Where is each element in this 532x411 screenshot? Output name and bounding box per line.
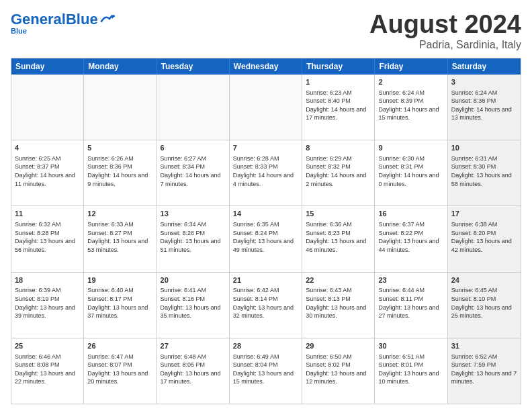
- cal-cell-2-7: 10Sunrise: 6:31 AM Sunset: 8:30 PM Dayli…: [448, 140, 521, 205]
- header-saturday: Saturday: [448, 58, 521, 75]
- logo-part2: Blue: [66, 11, 98, 28]
- day-number: 20: [161, 275, 226, 285]
- day-info: Sunrise: 6:33 AM Sunset: 8:27 PM Dayligh…: [87, 220, 152, 254]
- day-info: Sunrise: 6:43 AM Sunset: 8:13 PM Dayligh…: [306, 286, 371, 320]
- day-number: 6: [161, 143, 226, 153]
- cal-cell-2-6: 9Sunrise: 6:30 AM Sunset: 8:31 PM Daylig…: [375, 140, 447, 205]
- day-info: Sunrise: 6:24 AM Sunset: 8:38 PM Dayligh…: [451, 89, 517, 122]
- day-number: 22: [306, 275, 371, 285]
- day-info: Sunrise: 6:35 AM Sunset: 8:24 PM Dayligh…: [233, 220, 298, 254]
- day-info: Sunrise: 6:26 AM Sunset: 8:36 PM Dayligh…: [87, 154, 152, 188]
- cal-cell-1-1: [11, 75, 84, 140]
- cal-cell-5-3: 27Sunrise: 6:48 AM Sunset: 8:05 PM Dayli…: [157, 338, 230, 404]
- day-number: 23: [378, 275, 443, 285]
- cal-cell-1-2: [84, 75, 157, 140]
- day-info: Sunrise: 6:27 AM Sunset: 8:34 PM Dayligh…: [161, 154, 226, 188]
- cal-cell-5-1: 25Sunrise: 6:46 AM Sunset: 8:08 PM Dayli…: [11, 338, 84, 404]
- day-info: Sunrise: 6:41 AM Sunset: 8:16 PM Dayligh…: [161, 286, 226, 320]
- day-number: 18: [15, 275, 80, 285]
- day-info: Sunrise: 6:49 AM Sunset: 8:04 PM Dayligh…: [233, 353, 298, 386]
- title-location: Padria, Sardinia, Italy: [369, 39, 521, 51]
- day-number: 28: [233, 341, 298, 351]
- cal-cell-1-7: 3Sunrise: 6:24 AM Sunset: 8:38 PM Daylig…: [448, 75, 521, 140]
- day-number: 9: [378, 143, 443, 153]
- page: GeneralBlue Blue August 2024 Padria, Sar…: [0, 0, 532, 411]
- logo-subtitle: Blue: [11, 27, 27, 35]
- logo-icon: [100, 13, 115, 24]
- header: GeneralBlue Blue August 2024 Padria, Sar…: [11, 11, 521, 51]
- day-number: 15: [306, 209, 371, 219]
- cal-cell-1-6: 2Sunrise: 6:24 AM Sunset: 8:39 PM Daylig…: [375, 75, 447, 140]
- day-number: 30: [378, 341, 443, 351]
- cal-row-3: 11Sunrise: 6:32 AM Sunset: 8:28 PM Dayli…: [11, 205, 521, 271]
- cal-cell-5-2: 26Sunrise: 6:47 AM Sunset: 8:07 PM Dayli…: [84, 338, 157, 404]
- day-number: 3: [451, 77, 517, 87]
- cal-cell-3-5: 15Sunrise: 6:36 AM Sunset: 8:23 PM Dayli…: [302, 206, 375, 271]
- cal-cell-4-2: 19Sunrise: 6:40 AM Sunset: 8:17 PM Dayli…: [84, 273, 157, 338]
- day-info: Sunrise: 6:36 AM Sunset: 8:23 PM Dayligh…: [306, 220, 371, 254]
- day-number: 5: [87, 143, 152, 153]
- day-number: 26: [87, 341, 152, 351]
- day-info: Sunrise: 6:29 AM Sunset: 8:32 PM Dayligh…: [306, 154, 371, 188]
- cal-cell-4-7: 24Sunrise: 6:45 AM Sunset: 8:10 PM Dayli…: [448, 273, 521, 338]
- day-number: 14: [233, 209, 298, 219]
- day-info: Sunrise: 6:42 AM Sunset: 8:14 PM Dayligh…: [233, 286, 298, 320]
- day-number: 8: [306, 143, 371, 153]
- day-info: Sunrise: 6:39 AM Sunset: 8:19 PM Dayligh…: [15, 286, 80, 320]
- day-number: 19: [87, 275, 152, 285]
- day-info: Sunrise: 6:30 AM Sunset: 8:31 PM Dayligh…: [378, 154, 443, 188]
- day-info: Sunrise: 6:51 AM Sunset: 8:01 PM Dayligh…: [378, 353, 443, 386]
- day-info: Sunrise: 6:37 AM Sunset: 8:22 PM Dayligh…: [378, 220, 443, 254]
- day-number: 24: [451, 275, 517, 285]
- cal-cell-3-1: 11Sunrise: 6:32 AM Sunset: 8:28 PM Dayli…: [11, 206, 84, 271]
- cal-row-4: 18Sunrise: 6:39 AM Sunset: 8:19 PM Dayli…: [11, 272, 521, 338]
- cal-cell-3-2: 12Sunrise: 6:33 AM Sunset: 8:27 PM Dayli…: [84, 206, 157, 271]
- day-info: Sunrise: 6:28 AM Sunset: 8:33 PM Dayligh…: [233, 154, 298, 188]
- cal-cell-5-6: 30Sunrise: 6:51 AM Sunset: 8:01 PM Dayli…: [375, 338, 447, 404]
- cal-cell-5-4: 28Sunrise: 6:49 AM Sunset: 8:04 PM Dayli…: [230, 338, 302, 404]
- day-number: 7: [233, 143, 298, 153]
- header-sunday: Sunday: [11, 58, 84, 75]
- cal-cell-3-7: 17Sunrise: 6:38 AM Sunset: 8:20 PM Dayli…: [448, 206, 521, 271]
- day-info: Sunrise: 6:45 AM Sunset: 8:10 PM Dayligh…: [451, 286, 517, 320]
- header-monday: Monday: [84, 58, 157, 75]
- calendar-body: 1Sunrise: 6:23 AM Sunset: 8:40 PM Daylig…: [11, 75, 521, 404]
- cal-row-1: 1Sunrise: 6:23 AM Sunset: 8:40 PM Daylig…: [11, 75, 521, 140]
- day-number: 27: [161, 341, 226, 351]
- day-info: Sunrise: 6:24 AM Sunset: 8:39 PM Dayligh…: [378, 89, 443, 122]
- cal-row-5: 25Sunrise: 6:46 AM Sunset: 8:08 PM Dayli…: [11, 338, 521, 404]
- cal-cell-5-7: 31Sunrise: 6:52 AM Sunset: 7:59 PM Dayli…: [448, 338, 521, 404]
- cal-cell-3-3: 13Sunrise: 6:34 AM Sunset: 8:26 PM Dayli…: [157, 206, 230, 271]
- day-number: 10: [451, 143, 517, 153]
- day-number: 16: [378, 209, 443, 219]
- cal-cell-1-5: 1Sunrise: 6:23 AM Sunset: 8:40 PM Daylig…: [302, 75, 375, 140]
- cal-cell-2-1: 4Sunrise: 6:25 AM Sunset: 8:37 PM Daylig…: [11, 140, 84, 205]
- cal-cell-2-4: 7Sunrise: 6:28 AM Sunset: 8:33 PM Daylig…: [230, 140, 302, 205]
- cal-cell-2-2: 5Sunrise: 6:26 AM Sunset: 8:36 PM Daylig…: [84, 140, 157, 205]
- day-info: Sunrise: 6:46 AM Sunset: 8:08 PM Dayligh…: [15, 353, 80, 386]
- title-block: August 2024 Padria, Sardinia, Italy: [369, 11, 521, 51]
- day-info: Sunrise: 6:23 AM Sunset: 8:40 PM Dayligh…: [306, 89, 371, 122]
- day-info: Sunrise: 6:44 AM Sunset: 8:11 PM Dayligh…: [378, 286, 443, 320]
- day-info: Sunrise: 6:50 AM Sunset: 8:02 PM Dayligh…: [306, 353, 371, 386]
- cal-cell-1-4: [230, 75, 302, 140]
- cal-cell-1-3: [157, 75, 230, 140]
- cal-cell-4-6: 23Sunrise: 6:44 AM Sunset: 8:11 PM Dayli…: [375, 273, 447, 338]
- logo-part1: General: [11, 11, 66, 28]
- day-info: Sunrise: 6:38 AM Sunset: 8:20 PM Dayligh…: [451, 220, 517, 254]
- cal-cell-2-5: 8Sunrise: 6:29 AM Sunset: 8:32 PM Daylig…: [302, 140, 375, 205]
- day-number: 21: [233, 275, 298, 285]
- calendar-header: Sunday Monday Tuesday Wednesday Thursday…: [11, 58, 521, 75]
- day-number: 29: [306, 341, 371, 351]
- cal-row-2: 4Sunrise: 6:25 AM Sunset: 8:37 PM Daylig…: [11, 140, 521, 205]
- calendar: Sunday Monday Tuesday Wednesday Thursday…: [11, 58, 521, 404]
- cal-cell-4-1: 18Sunrise: 6:39 AM Sunset: 8:19 PM Dayli…: [11, 273, 84, 338]
- day-info: Sunrise: 6:47 AM Sunset: 8:07 PM Dayligh…: [87, 353, 152, 386]
- cal-cell-4-4: 21Sunrise: 6:42 AM Sunset: 8:14 PM Dayli…: [230, 273, 302, 338]
- day-number: 2: [378, 77, 443, 87]
- day-info: Sunrise: 6:52 AM Sunset: 7:59 PM Dayligh…: [451, 353, 517, 386]
- day-info: Sunrise: 6:34 AM Sunset: 8:26 PM Dayligh…: [161, 220, 226, 254]
- logo: GeneralBlue Blue: [11, 11, 115, 35]
- cal-cell-4-5: 22Sunrise: 6:43 AM Sunset: 8:13 PM Dayli…: [302, 273, 375, 338]
- day-info: Sunrise: 6:31 AM Sunset: 8:30 PM Dayligh…: [451, 154, 517, 188]
